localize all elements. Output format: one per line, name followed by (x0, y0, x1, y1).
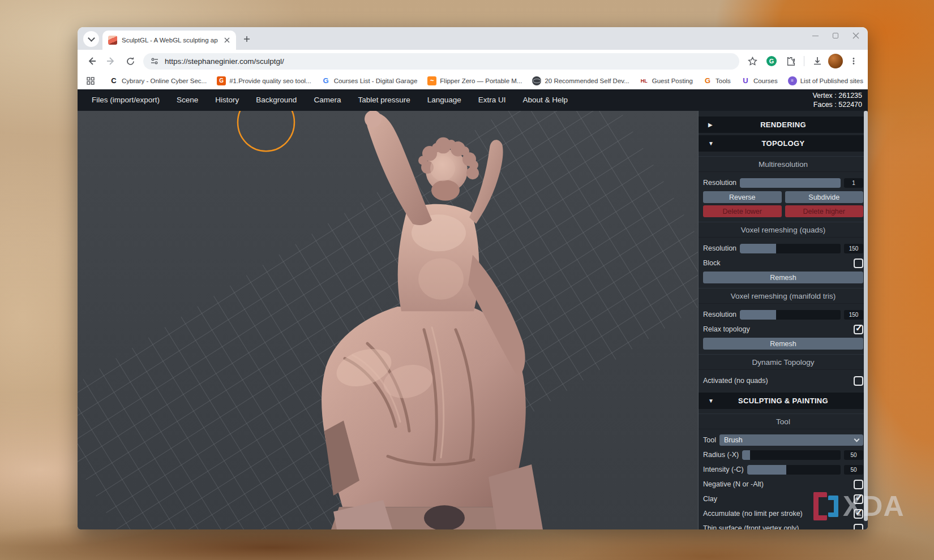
bookmark-favicon-icon (322, 76, 331, 85)
menu-item[interactable]: Files (import/export) (83, 89, 168, 111)
bookmark-favicon-icon (640, 76, 649, 85)
chevron-down-icon (88, 35, 95, 42)
menu-item[interactable]: Language (419, 89, 470, 111)
menu-item[interactable]: Tablet pressure (349, 89, 418, 111)
bookmark-favicon-icon (109, 76, 118, 85)
close-button[interactable] (852, 32, 860, 40)
multires-resolution-value[interactable]: 1 (844, 178, 863, 188)
new-tab-button[interactable] (239, 32, 254, 46)
menu-item[interactable]: History (207, 89, 247, 111)
toolbar-divider (804, 56, 804, 66)
bookmark-item[interactable]: Guest Posting (635, 75, 697, 87)
relax-topology-checkbox[interactable] (854, 325, 863, 334)
bookmark-label: Tools (716, 77, 731, 84)
rendering-section-header[interactable]: ▶ RENDERING (699, 117, 868, 133)
multires-resolution-slider[interactable] (740, 178, 841, 188)
thin-surface-checkbox[interactable] (854, 524, 863, 530)
brush-cursor-circle (238, 111, 294, 151)
menu-item[interactable]: Background (247, 89, 305, 111)
bookmark-item[interactable]: Cybrary - Online Cyber Sec... (105, 75, 211, 87)
menu-item[interactable]: Extra UI (470, 89, 515, 111)
xda-watermark-text: XDA (843, 492, 905, 520)
bookmark-item[interactable]: Flipper Zero — Portable M... (423, 75, 526, 87)
expanded-arrow-icon: ▼ (708, 140, 714, 147)
delete-lower-button[interactable]: Delete lower (703, 205, 782, 217)
minimize-button[interactable] (811, 32, 819, 40)
bookmark-item[interactable]: Courses List - Digital Garage (317, 75, 422, 87)
reverse-button[interactable]: Reverse (703, 191, 782, 203)
topology-section-header[interactable]: ▼ TOPOLOGY (699, 135, 868, 152)
bookmark-label: #1.Provide quality seo tool... (229, 77, 311, 84)
site-info-icon[interactable] (150, 57, 159, 66)
menu-item[interactable]: Scene (168, 89, 207, 111)
bookmark-item[interactable]: Tools (699, 75, 735, 87)
xda-bracket-red-icon (813, 492, 827, 520)
tool-select[interactable]: Brush (719, 434, 863, 446)
browser-menu-icon[interactable] (845, 53, 862, 70)
tris-resolution-row: Resolution 150 (703, 308, 863, 321)
downloads-icon[interactable] (809, 53, 826, 70)
chevron-down-icon (854, 437, 860, 442)
bookmarks-bar: Cybrary - Online Cyber Sec... #1.Provide… (78, 72, 868, 89)
grammarly-extension-icon[interactable]: G (763, 53, 780, 70)
intensity-slider[interactable] (747, 465, 841, 475)
quads-resolution-slider[interactable] (740, 244, 841, 253)
back-button[interactable] (83, 53, 100, 70)
activated-checkbox[interactable] (854, 376, 863, 386)
thin-surface-row: Thin surface (front vertex only) (703, 522, 863, 529)
maximize-button[interactable] (832, 32, 839, 40)
subdivide-button[interactable]: Subdivide (785, 191, 864, 203)
apps-grid-icon[interactable] (83, 74, 98, 88)
multires-resolution-row: Resolution 1 (703, 176, 863, 189)
sculptgl-menubar: Files (import/export) Scene History Back… (78, 89, 868, 111)
mesh-stats: Vertex : 261235 Faces : 522470 (812, 91, 862, 109)
profile-avatar[interactable] (828, 54, 843, 68)
extensions-puzzle-icon[interactable] (782, 53, 799, 70)
browser-toolbar: https://stephaneginier.com/sculptgl/ G (78, 50, 868, 72)
bookmark-item[interactable]: #1.Provide quality seo tool... (212, 75, 315, 87)
bookmark-star-icon[interactable] (744, 53, 761, 70)
intensity-row: Intensity (-C) 50 (703, 463, 863, 476)
vertex-count: Vertex : 261235 (812, 91, 862, 100)
dynamic-topology-title: Dynamic Topology (699, 354, 868, 370)
tab-favicon-icon (108, 36, 117, 45)
forward-button[interactable] (102, 53, 119, 70)
bookmark-label: Flipper Zero — Portable M... (440, 77, 522, 84)
tab-close-icon[interactable] (222, 36, 232, 45)
remesh-quads-button[interactable]: Remesh (703, 272, 863, 283)
delete-higher-button[interactable]: Delete higher (785, 205, 864, 217)
sculpt-viewport[interactable] (78, 111, 698, 529)
block-checkbox[interactable] (854, 259, 863, 268)
url-text: https://stephaneginier.com/sculptgl/ (165, 57, 284, 66)
bookmark-label: 20 Recommended Self Dev... (545, 77, 629, 84)
browser-window: SculptGL - A WebGL sculpting app (78, 27, 868, 529)
menu-item[interactable]: Camera (305, 89, 349, 111)
bookmark-label: List of Published sites (800, 77, 863, 84)
faces-count: Faces : 522470 (812, 100, 862, 109)
negative-checkbox[interactable] (854, 480, 863, 489)
intensity-value[interactable]: 50 (844, 465, 863, 475)
tris-resolution-value[interactable]: 150 (844, 310, 863, 320)
expanded-arrow-icon: ▼ (708, 398, 714, 404)
panel-scrollbar[interactable] (864, 111, 868, 529)
tool-select-value: Brush (724, 436, 855, 444)
tris-resolution-slider[interactable] (740, 310, 841, 320)
reload-button[interactable] (122, 53, 139, 70)
multiresolution-title: Multiresolution (699, 156, 868, 172)
remesh-tris-button[interactable]: Remesh (703, 338, 863, 350)
bookmark-item[interactable]: List of Published sites (783, 75, 868, 87)
radius-value[interactable]: 50 (844, 450, 863, 460)
bookmark-favicon-icon (703, 76, 712, 85)
menu-item[interactable]: About & Help (515, 89, 577, 111)
address-bar[interactable]: https://stephaneginier.com/sculptgl/ (143, 53, 739, 70)
quads-resolution-value[interactable]: 150 (844, 244, 863, 253)
radius-slider[interactable] (742, 450, 841, 460)
relax-topology-row: Relax topology (703, 323, 863, 335)
bookmark-item[interactable]: Courses (736, 75, 782, 87)
active-tab[interactable]: SculptGL - A WebGL sculpting app (102, 31, 236, 50)
bookmark-item[interactable]: 20 Recommended Self Dev... (528, 75, 633, 87)
statue-canvas (78, 111, 698, 529)
tool-title: Tool (699, 413, 868, 429)
sculpting-painting-header[interactable]: ▼ SCULPTING & PAINTING (699, 393, 868, 409)
tab-search-button[interactable] (83, 31, 99, 47)
